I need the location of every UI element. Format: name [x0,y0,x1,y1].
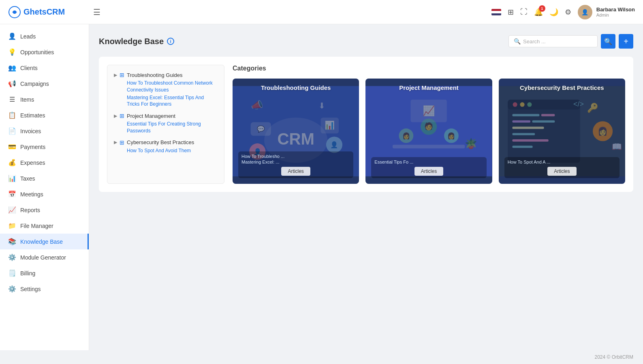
sidebar-item-leads[interactable]: 👤 Leads [0,28,89,44]
tree-cat-title-cybersecurity[interactable]: ▶ ⊞ Cybersecurity Best Practices [114,139,218,146]
hamburger-button[interactable]: ☰ [93,7,100,17]
card-content-troubleshooting-guides: Troubleshooting Guides How To Troublesho… [233,79,359,184]
sidebar-label-billing: Billing [20,270,35,277]
apps-icon[interactable]: ⊞ [508,8,514,17]
tree-article[interactable]: How To Troubleshoot Common Network Conne… [114,80,218,94]
search-button[interactable]: 🔍 [601,34,615,49]
tree-category-project-management: ▶ ⊞ Project Management Essential Tips Fo… [114,113,218,134]
sidebar-label-knowledge-base: Knowledge Base [20,238,63,245]
taxes-icon: 📊 [8,175,16,182]
opportunities-icon: 💡 [8,48,16,56]
tree-cat-title-project-management[interactable]: ▶ ⊞ Project Management [114,113,218,119]
articles-button-cybersecurity-best-practices[interactable]: Articles [547,167,576,176]
categories-grid: CRM 💬 📊 👤 👤 📣 ⬇ Troubleshooting Guides [233,79,625,184]
module-generator-icon: ⚙️ [8,253,16,261]
user-role: Admin [596,13,635,17]
sidebar-label-expenses: Expenses [20,160,45,166]
category-article-link[interactable]: How To Troublesho ... [241,154,350,159]
tree-chevron-icon: ▶ [114,113,117,119]
page-header: Knowledge Base i 🔍 🔍 + [99,34,633,49]
page-title: Knowledge Base [99,37,164,46]
sidebar-item-expenses[interactable]: 💰 Expenses [0,155,89,170]
category-article-link[interactable]: Essential Tips Fo ... [374,160,483,164]
settings-icon: ⚙️ [8,285,16,293]
expenses-icon: 💰 [8,159,16,166]
invoices-icon: 📄 [8,127,16,135]
tree-article[interactable]: How To Spot And Avoid Them [114,147,218,154]
estimates-icon: 📋 [8,111,16,119]
info-icon[interactable]: i [167,38,174,45]
tree-article[interactable]: Essential Tips For Creating Strong Passw… [114,121,218,134]
sidebar-item-module-generator[interactable]: ⚙️ Module Generator [0,249,89,265]
layout: 👤 Leads💡 Opportunities👥 Clients📢 Campaig… [0,24,643,350]
sidebar-label-clients: Clients [20,65,38,71]
articles-button-troubleshooting-guides[interactable]: Articles [281,167,310,176]
svg-point-1 [13,11,16,14]
add-button[interactable]: + [619,34,633,49]
sidebar-label-invoices: Invoices [20,128,41,134]
logo[interactable]: GhetsCRM [8,6,93,19]
tree-cat-label-cybersecurity: Cybersecurity Best Practices [127,139,194,145]
tree-cat-label-troubleshooting: Troubleshooting Guides [127,72,183,78]
tree-category-cybersecurity: ▶ ⊞ Cybersecurity Best Practices How To … [114,139,218,154]
fullscreen-icon[interactable]: ⛶ [520,8,528,16]
sidebar-label-settings: Settings [20,286,41,292]
category-article-link[interactable]: Mastering Excel: ... [241,160,350,164]
language-flag-icon[interactable] [491,9,501,15]
header-actions: ⊞ ⛶ 🔔 1 🌙 ⚙ 👤 Barbara Wilson Admin [491,5,635,19]
sidebar-item-campaigns[interactable]: 📢 Campaigns [0,76,89,92]
page-title-row: Knowledge Base i [99,37,174,46]
file-manager-icon: 📁 [8,222,16,230]
category-card-cybersecurity-best-practices[interactable]: </> 👩 📖 🔑 Cybersecurity Best Practices H… [499,79,625,184]
sidebar-item-estimates[interactable]: 📋 Estimates [0,107,89,123]
avatar: 👤 [578,5,592,19]
sidebar-item-clients[interactable]: 👥 Clients [0,60,89,76]
logo-icon [8,6,21,19]
sidebar-label-module-generator: Module Generator [20,254,66,261]
user-info[interactable]: 👤 Barbara Wilson Admin [578,5,635,19]
sidebar-item-items[interactable]: ☰ Items [0,92,89,107]
header: GhetsCRM ☰ ⊞ ⛶ 🔔 1 🌙 ⚙ 👤 Barbara Wilson … [0,0,643,24]
sidebar-item-opportunities[interactable]: 💡 Opportunities [0,44,89,60]
sidebar-label-estimates: Estimates [20,112,45,119]
notifications-icon[interactable]: 🔔 1 [534,8,543,17]
sidebar-label-opportunities: Opportunities [20,49,54,55]
billing-icon: 🗒️ [8,269,16,277]
sidebar-item-meetings[interactable]: 📅 Meetings [0,186,89,202]
footer: 2024 © OrbitCRM [0,350,643,364]
category-card-project-management[interactable]: 👩 🧑 👩 📈 🪴 Project Management Essential T… [365,79,492,184]
category-card-title-cybersecurity-best-practices: Cybersecurity Best Practices [504,84,620,91]
card-articles-section: Essential Tips Fo ... Articles [371,157,486,178]
category-card-troubleshooting-guides[interactable]: CRM 💬 📊 👤 👤 📣 ⬇ Troubleshooting Guides [233,79,359,184]
tree-panel: ▶ ⊞ Troubleshooting Guides How To Troubl… [107,65,224,184]
page-actions: 🔍 🔍 + [508,34,633,49]
sidebar-item-knowledge-base[interactable]: 📚 Knowledge Base [0,234,89,249]
categories-panel: Categories CRM 💬 📊 👤 👤 📣 ⬇ [233,65,625,184]
tree-chevron-icon: ▶ [114,140,117,145]
search-input[interactable] [523,38,592,45]
sidebar-label-meetings: Meetings [20,191,43,198]
search-box[interactable]: 🔍 [508,35,598,47]
category-card-title-troubleshooting-guides: Troubleshooting Guides [238,84,353,91]
settings-icon[interactable]: ⚙ [565,8,571,17]
dark-mode-icon[interactable]: 🌙 [549,8,558,17]
sidebar-item-payments[interactable]: 💳 Payments [0,139,89,155]
tree-folder-icon: ⊞ [120,72,124,78]
sidebar: 👤 Leads💡 Opportunities👥 Clients📢 Campaig… [0,24,89,350]
sidebar-item-billing[interactable]: 🗒️ Billing [0,265,89,281]
sidebar-item-settings[interactable]: ⚙️ Settings [0,281,89,297]
sidebar-label-payments: Payments [20,144,45,150]
sidebar-item-taxes[interactable]: 📊 Taxes [0,170,89,186]
articles-button-project-management[interactable]: Articles [414,167,443,176]
tree-category-troubleshooting: ▶ ⊞ Troubleshooting Guides How To Troubl… [114,72,218,108]
sidebar-item-invoices[interactable]: 📄 Invoices [0,123,89,139]
tree-cat-title-troubleshooting[interactable]: ▶ ⊞ Troubleshooting Guides [114,72,218,78]
categories-title: Categories [233,65,625,72]
items-icon: ☰ [8,96,16,103]
campaigns-icon: 📢 [8,80,16,87]
category-article-link[interactable]: How To Spot And A ... [508,160,616,164]
tree-article[interactable]: Mastering Excel: Essential Tips And Tric… [114,94,218,108]
leads-icon: 👤 [8,32,16,40]
sidebar-item-file-manager[interactable]: 📁 File Manager [0,218,89,234]
sidebar-item-reports[interactable]: 📈 Reports [0,202,89,218]
